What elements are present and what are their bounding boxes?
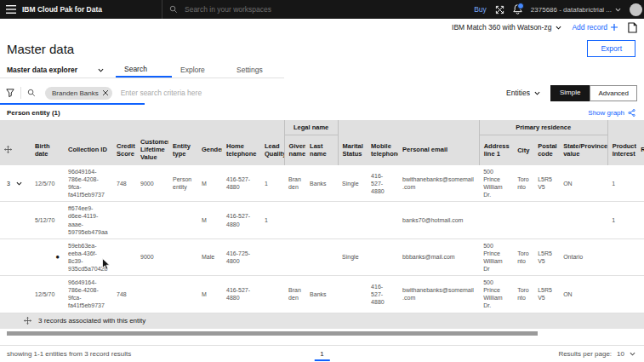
cursor-tool-icon[interactable] bbox=[495, 5, 504, 14]
account-switcher[interactable]: 2375686 - datafabrictrial ... bbox=[531, 6, 621, 14]
table-row[interactable]: ●59eb63ea-eeba-436f-8c39-935cd5a7042b900… bbox=[0, 238, 644, 275]
column-group-spacer bbox=[607, 120, 644, 135]
show-graph-link[interactable]: Show graph bbox=[588, 109, 635, 117]
tab-settings[interactable]: Settings bbox=[228, 62, 284, 78]
notification-badge bbox=[517, 3, 524, 9]
global-search-input[interactable] bbox=[183, 4, 425, 14]
table-cell bbox=[168, 202, 197, 238]
table-row[interactable]: 312/5/7096d49164-786e-4208-9fca-fa41f5eb… bbox=[0, 165, 644, 202]
buy-link[interactable]: Buy bbox=[474, 5, 487, 14]
table-cell: 96d49164-786e-4208-9fca-fa41f5eb9737 bbox=[64, 276, 112, 313]
table-cell: 12/5/70 bbox=[31, 276, 64, 313]
chevron-down-icon bbox=[615, 8, 621, 12]
table-cell: 1 bbox=[260, 202, 284, 238]
column-header: Birth date bbox=[31, 135, 64, 165]
column-header: Product Interest bbox=[607, 135, 636, 165]
move-icon[interactable] bbox=[24, 317, 31, 325]
table-cell: ON bbox=[559, 165, 607, 202]
table-row[interactable]: 5/12/70ff674ee9-d6ee-4119-aaae-59795eb47… bbox=[0, 202, 644, 238]
pagination-footer: showing 1-1 entities from 3 record resul… bbox=[0, 345, 644, 362]
table-cell: M bbox=[197, 202, 222, 238]
entity-summary-row: 3 records associated with this entity bbox=[0, 313, 644, 329]
table-cell: Branden bbox=[284, 165, 305, 202]
column-header: City bbox=[513, 135, 533, 165]
column-header: Collection ID bbox=[64, 135, 112, 165]
table-cell: 416-527-4880 bbox=[222, 276, 260, 313]
table-cell bbox=[513, 202, 533, 238]
advanced-mode-button[interactable]: Advanced bbox=[590, 85, 637, 101]
table-cell: Toronto bbox=[513, 165, 533, 202]
chevron-down-icon bbox=[630, 352, 635, 356]
expand-chevron-icon[interactable] bbox=[16, 181, 22, 186]
table-cell bbox=[607, 238, 636, 275]
chevron-down-icon bbox=[98, 68, 104, 72]
table-cell: 416-527-4880 bbox=[222, 202, 260, 238]
table-cell: bwithanebanks@somemail.com bbox=[398, 165, 479, 202]
table-cell: Banks bbox=[305, 165, 338, 202]
avatar[interactable] bbox=[630, 3, 642, 16]
table-cell bbox=[136, 276, 168, 313]
table-cell: 96d49164-786e-4208-9fca-fa41f5eb9737 bbox=[64, 165, 112, 202]
column-header: State/Province value bbox=[559, 135, 607, 165]
column-header bbox=[0, 135, 31, 165]
page-number[interactable]: 1 bbox=[314, 348, 329, 361]
export-button[interactable]: Export bbox=[587, 40, 635, 57]
chevron-down-icon bbox=[556, 26, 561, 30]
table-cell: L5R5V5 bbox=[533, 238, 559, 275]
column-header: Mobile telephone bbox=[367, 135, 398, 165]
table-cell: Person entity bbox=[168, 165, 197, 202]
results-summary: showing 1-1 entities from 3 record resul… bbox=[0, 350, 131, 358]
global-search[interactable] bbox=[162, 0, 476, 19]
horizontal-scrollbar-thumb[interactable] bbox=[7, 331, 538, 336]
results-table: Legal namePrimary residenceBirth dateCol… bbox=[0, 120, 644, 329]
table-cell: Branden bbox=[284, 276, 305, 313]
add-record-button[interactable]: Add record bbox=[572, 23, 618, 32]
table-cell: 748 bbox=[112, 276, 136, 313]
column-header: Last name bbox=[305, 135, 338, 165]
table-row[interactable]: 12/5/7096d49164-786e-4208-9fca-fa41f5eb9… bbox=[0, 276, 644, 313]
column-header: Customer Lifetime Value bbox=[136, 135, 168, 165]
tag-close-icon[interactable] bbox=[103, 90, 108, 95]
entity-summary-text: 3 records associated with this entity bbox=[38, 317, 145, 325]
table-cell: 3 bbox=[0, 165, 31, 202]
table-cell: 12/5/70 bbox=[31, 165, 64, 202]
table-cell bbox=[607, 276, 636, 313]
column-header: Gender bbox=[197, 135, 222, 165]
product-name: IBM Cloud Pak for Data bbox=[22, 5, 102, 14]
table-cell: M bbox=[197, 165, 222, 202]
column-group-header: Primary residence bbox=[479, 120, 607, 135]
table-cell bbox=[0, 202, 31, 238]
move-icon[interactable] bbox=[4, 146, 12, 153]
column-header: Given name bbox=[284, 135, 305, 165]
tab-search[interactable]: Search bbox=[116, 62, 172, 78]
graph-share-icon bbox=[628, 109, 635, 117]
table-cell: 1 bbox=[607, 202, 636, 238]
hamburger-menu-icon[interactable] bbox=[0, 0, 22, 19]
notifications-bell-icon[interactable] bbox=[513, 4, 522, 14]
table-cell bbox=[338, 276, 367, 313]
entities-dropdown[interactable]: Entities bbox=[506, 89, 540, 97]
table-cell: 1 bbox=[260, 165, 284, 202]
column-header: Postal code bbox=[533, 135, 559, 165]
table-cell: 1 bbox=[607, 165, 636, 202]
tab-explore[interactable]: Explore bbox=[172, 62, 228, 78]
column-header: Marital Status bbox=[338, 135, 367, 165]
table-cell bbox=[636, 165, 644, 202]
new-document-icon[interactable] bbox=[628, 22, 637, 33]
table-cell: 416-527-4880 bbox=[222, 165, 260, 202]
table-cell bbox=[168, 238, 197, 275]
horizontal-scrollbar bbox=[0, 331, 644, 336]
entity-search-input[interactable] bbox=[119, 88, 506, 98]
service-selector[interactable]: IBM Match 360 with Watson-zg bbox=[452, 23, 561, 32]
table-cell: 9000 bbox=[136, 165, 168, 202]
table-cell bbox=[367, 238, 398, 275]
table-cell: L5R5V5 bbox=[533, 276, 559, 313]
table-cell: ON bbox=[559, 276, 607, 313]
table-cell: Single bbox=[338, 165, 367, 202]
simple-mode-button[interactable]: Simple bbox=[550, 85, 590, 101]
explorer-dropdown[interactable]: Master data explorer bbox=[0, 62, 109, 78]
search-filter-tag[interactable]: Branden Banks bbox=[45, 87, 112, 100]
filter-icon[interactable] bbox=[0, 83, 20, 103]
results-per-page-select[interactable]: Results per page: 10 bbox=[558, 350, 644, 358]
table-cell: 59eb63ea-eeba-436f-8c39-935cd5a7042b bbox=[64, 238, 112, 275]
